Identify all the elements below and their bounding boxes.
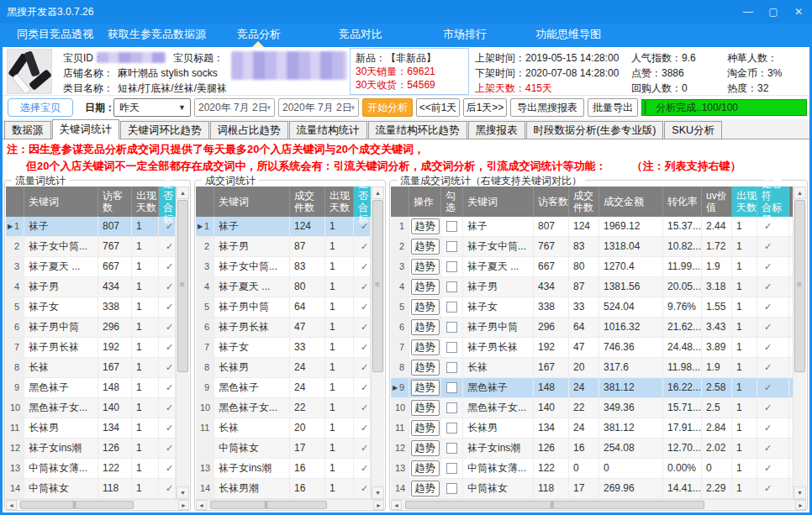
- trend-button[interactable]: 趋势: [411, 481, 440, 497]
- menu-item-2[interactable]: 获取生参竞品数据源: [108, 24, 206, 47]
- scrollbar-thumb[interactable]: [794, 200, 805, 372]
- row-checkbox[interactable]: [446, 382, 457, 393]
- row-checkbox[interactable]: [446, 221, 457, 232]
- tab-4[interactable]: 词根占比趋势: [210, 121, 288, 139]
- column-header[interactable]: 成交 件数: [569, 187, 599, 217]
- trend-button[interactable]: 趋势: [411, 360, 440, 376]
- scrollbar-thumb[interactable]: [20, 501, 134, 509]
- table-row[interactable]: 11长袜201✓: [196, 418, 384, 439]
- trend-button[interactable]: 趋势: [411, 259, 440, 275]
- table-row[interactable]: 4趋势袜子男434871381.5620.05...3.181✓: [391, 277, 806, 297]
- scroll-down-icon[interactable]: ▼: [794, 486, 806, 499]
- table-row[interactable]: 13中筒袜女薄...1221✓: [6, 459, 189, 479]
- table-row[interactable]: 8趋势长袜16720317.611.98...1.91✓: [391, 358, 806, 378]
- scrollbar-thumb[interactable]: [177, 200, 188, 372]
- column-header[interactable]: [391, 187, 409, 217]
- table-row[interactable]: 10黑色袜子女...1401✓: [6, 398, 189, 418]
- scroll-up-icon[interactable]: ▲: [794, 187, 806, 199]
- tab-8[interactable]: 时段数据分析(生参专业版): [526, 121, 664, 139]
- row-checkbox[interactable]: [446, 362, 457, 373]
- start-analysis-button[interactable]: 开始分析: [362, 98, 413, 117]
- row-checkbox[interactable]: [446, 483, 457, 494]
- column-header[interactable]: 访客数: [534, 187, 569, 217]
- column-header[interactable]: 成交金额: [599, 187, 663, 217]
- scroll-left-icon[interactable]: ◄: [196, 500, 207, 510]
- row-checkbox[interactable]: [446, 261, 457, 272]
- menu-item-4[interactable]: 竞品对比: [339, 24, 382, 47]
- table-row[interactable]: 11趋势长袜男13424381.1217.91...2.841✓: [391, 418, 806, 439]
- scroll-right-icon[interactable]: ►: [795, 500, 806, 510]
- table-row[interactable]: 1▶袜子8071✓: [6, 217, 189, 237]
- column-header[interactable]: 成交 件数: [290, 187, 325, 217]
- row-checkbox[interactable]: [446, 443, 457, 454]
- scroll-down-icon[interactable]: ▼: [372, 486, 384, 499]
- table-row[interactable]: 5趋势袜子女33833524.049.76%1.551✓: [391, 297, 806, 318]
- column-header[interactable]: 转化率: [663, 187, 702, 217]
- table-row[interactable]: 5袜子男中筒641✓: [196, 297, 384, 318]
- trend-button[interactable]: 趋势: [411, 400, 440, 416]
- scroll-up-icon[interactable]: ▲: [372, 187, 384, 199]
- table-row[interactable]: 6趋势袜子男中筒296641016.3221.62...3.431✓: [391, 318, 806, 338]
- table-row[interactable]: 12袜子女ins潮1261✓: [6, 439, 189, 459]
- horizontal-scrollbar[interactable]: ◄►: [6, 499, 189, 509]
- table-row[interactable]: 7袜子男长袜1921✓: [6, 338, 189, 358]
- column-header[interactable]: 关键词: [463, 187, 534, 217]
- scroll-left-icon[interactable]: ◄: [6, 500, 17, 510]
- table-row[interactable]: 8长袜男241✓: [196, 358, 384, 378]
- column-header[interactable]: 是否 合标: [159, 187, 176, 217]
- column-header[interactable]: 是否 合标: [354, 187, 371, 217]
- row-checkbox[interactable]: [446, 402, 457, 413]
- table-row[interactable]: 2袜子女中筒...7671✓: [6, 237, 189, 257]
- column-header[interactable]: 勾选: [441, 187, 463, 217]
- row-checkbox[interactable]: [446, 342, 457, 353]
- table-row[interactable]: 14长袜男潮161✓: [196, 479, 384, 499]
- table-row[interactable]: 14中筒袜女1181✓: [6, 479, 189, 499]
- scroll-right-icon[interactable]: ►: [373, 500, 384, 510]
- next-day-button[interactable]: 后1天>>: [463, 98, 507, 117]
- column-header[interactable]: 访客数: [98, 187, 132, 217]
- previous-day-button[interactable]: <<前1天: [416, 98, 460, 117]
- trend-button[interactable]: 趋势: [411, 218, 440, 234]
- tab-3[interactable]: 关键词环比趋势: [120, 121, 209, 139]
- date-to-picker[interactable]: 2020年 7月 2日 ▾: [278, 98, 359, 117]
- trend-button[interactable]: 趋势: [411, 319, 440, 335]
- table-row[interactable]: 9黑色袜子241✓: [196, 378, 384, 398]
- row-checkbox[interactable]: [446, 241, 457, 252]
- date-preset-dropdown[interactable]: 昨天 ▼: [113, 98, 191, 117]
- export-report-button[interactable]: 导出黑搜报表: [510, 98, 584, 117]
- column-header[interactable]: [6, 187, 24, 217]
- tab-7[interactable]: 黑搜报表: [468, 121, 525, 139]
- column-header[interactable]: 是否符 合标题: [757, 187, 789, 217]
- table-row[interactable]: 3趋势袜子夏天 ...667801270.411.99...1.91✓: [391, 257, 806, 277]
- table-row[interactable]: 1趋势袜子8071241969.1215.37...2.441✓: [391, 217, 806, 237]
- tab-9[interactable]: SKU分析: [664, 121, 722, 139]
- table-row[interactable]: 4袜子夏天 ...801✓: [196, 277, 384, 297]
- table-row[interactable]: 6袜子男长袜471✓: [196, 318, 384, 338]
- table-row[interactable]: 3袜子夏天 ...6671✓: [6, 257, 189, 277]
- table-row[interactable]: 9▶趋势黑色袜子14824381.1216.22...2.581✓: [391, 378, 806, 398]
- date-from-picker[interactable]: 2020年 7月 2日 ▾: [194, 98, 275, 117]
- column-header[interactable]: uv价值: [702, 187, 732, 217]
- tab-5[interactable]: 流量结构统计: [289, 121, 367, 139]
- menu-item-1[interactable]: 同类目竞品透视: [17, 24, 93, 47]
- table-row[interactable]: 7趋势袜子男长袜19247746.3624.48...3.891✓: [391, 338, 806, 358]
- minimize-button[interactable]: —: [741, 6, 755, 18]
- table-row[interactable]: 2袜子男871✓: [196, 237, 384, 257]
- vertical-scrollbar[interactable]: ▲▼: [793, 187, 806, 499]
- horizontal-scrollbar[interactable]: ◄►: [391, 499, 806, 509]
- vertical-scrollbar[interactable]: ▲▼: [176, 187, 189, 499]
- scroll-right-icon[interactable]: ►: [178, 500, 189, 510]
- vertical-scrollbar[interactable]: ▲▼: [371, 187, 384, 499]
- column-header[interactable]: 关键词: [214, 187, 290, 217]
- scroll-left-icon[interactable]: ◄: [391, 500, 402, 510]
- scroll-down-icon[interactable]: ▼: [177, 486, 189, 499]
- row-checkbox[interactable]: [446, 423, 457, 434]
- close-button[interactable]: ✕: [792, 6, 805, 18]
- table-row[interactable]: 10黑色袜子女...221✓: [196, 398, 384, 418]
- row-checkbox[interactable]: [446, 281, 457, 292]
- maximize-button[interactable]: ▢: [767, 6, 780, 18]
- menu-item-5[interactable]: 市场排行: [443, 24, 487, 47]
- menu-item-6[interactable]: 功能思维导图: [535, 24, 601, 47]
- column-header[interactable]: 操作: [409, 187, 441, 217]
- row-checkbox[interactable]: [446, 322, 457, 333]
